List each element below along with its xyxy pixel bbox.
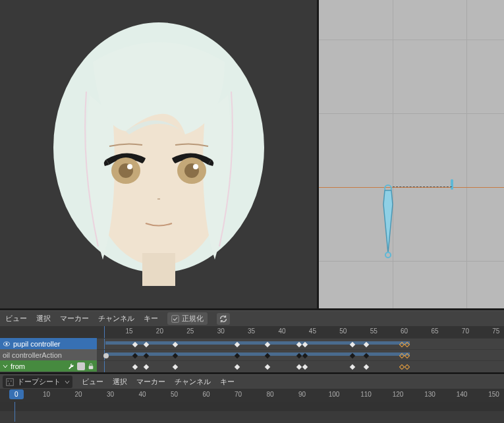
bone-widget[interactable] (382, 184, 394, 258)
channel-from[interactable]: from (0, 360, 97, 372)
dopesheet-ruler[interactable]: 0 102030405060708090100110120130140150 (0, 389, 504, 402)
relation-line (393, 186, 452, 187)
svg-rect-14 (89, 366, 94, 369)
grid-line (466, 0, 467, 308)
3d-viewport[interactable] (0, 0, 317, 308)
eye-icon (3, 340, 11, 348)
refresh-icon (219, 314, 228, 324)
ruler-tick: 65 (431, 327, 438, 335)
ruler-tick: 60 (401, 327, 408, 335)
graph-editor-menu: ビュー 選択 マーカー チャンネル キー 正規化 (0, 310, 504, 326)
dropdown-label: ドープシート (17, 377, 61, 387)
ruler-tick: 60 (202, 391, 210, 398)
channel-action[interactable]: oil controllerAction (0, 349, 97, 360)
checkbox-icon (171, 315, 179, 323)
menu-marker[interactable]: マーカー (60, 314, 89, 324)
menu-view[interactable]: ビュー (5, 314, 27, 324)
menu-key[interactable]: キー (144, 314, 158, 324)
keyframe[interactable] (302, 364, 308, 370)
keyframe[interactable] (235, 364, 240, 370)
current-frame-badge[interactable]: 0 (9, 389, 24, 399)
dopesheet-body[interactable] (0, 402, 504, 422)
svg-rect-15 (7, 378, 14, 385)
ruler-tick: 100 (329, 391, 340, 398)
ruler-tick: 120 (393, 391, 404, 398)
menu-select[interactable]: 選択 (36, 314, 51, 324)
channel-action-label: oil controllerAction (3, 351, 62, 359)
keyframe[interactable] (364, 364, 369, 370)
ruler-tick: 80 (266, 391, 273, 398)
channel-panel: pupil controller oil controllerAction fr… (0, 338, 97, 372)
grid-line (319, 113, 504, 114)
ruler-tick: 15 (125, 327, 132, 335)
dopesheet-track[interactable] (0, 402, 504, 411)
graph-timeline[interactable]: 15202530354045505560657075 pupil control… (0, 326, 504, 372)
svg-point-10 (385, 252, 391, 258)
ds-menu-select[interactable]: 選択 (113, 377, 127, 387)
keyframe[interactable] (405, 364, 410, 370)
ruler-tick: 30 (107, 391, 114, 398)
refresh-button[interactable] (217, 313, 230, 325)
ruler-tick: 70 (462, 327, 469, 335)
ruler-tick: 90 (298, 391, 306, 398)
ruler-tick: 50 (339, 327, 347, 335)
keyframe[interactable] (173, 364, 178, 370)
lock-icon[interactable] (88, 363, 94, 370)
editor-type-dropdown[interactable]: ドープシート (3, 376, 72, 388)
channel-checkbox[interactable] (77, 362, 85, 370)
chevron-down-icon (65, 380, 70, 385)
ds-menu-channel[interactable]: チャンネル (175, 377, 211, 387)
ruler-tick: 130 (424, 391, 435, 398)
dopesheet-menu-bar: ドープシート ビュー 選択 マーカー チャンネル キー (0, 374, 504, 389)
ds-menu-marker[interactable]: マーカー (136, 377, 165, 387)
track-from[interactable] (97, 360, 504, 372)
pose-panel[interactable] (319, 0, 504, 308)
channel-header[interactable]: pupil controller (0, 338, 97, 349)
track-area[interactable] (97, 338, 504, 372)
scrub-handle[interactable] (103, 353, 109, 358)
svg-rect-2 (142, 253, 175, 286)
character-head (40, 16, 277, 293)
keyframe[interactable] (144, 364, 149, 370)
ds-menu-view[interactable]: ビュー (82, 377, 103, 387)
ruler-tick: 45 (309, 327, 316, 335)
chevron-down-icon (3, 364, 8, 369)
ds-menu-key[interactable]: キー (220, 377, 235, 387)
track-action[interactable] (97, 349, 504, 360)
ruler-tick: 35 (248, 327, 255, 335)
menu-channel[interactable]: チャンネル (98, 314, 134, 324)
ruler-tick: 25 (186, 327, 194, 335)
mini-bone[interactable] (451, 179, 453, 190)
ruler-tick: 50 (171, 391, 178, 398)
keyframe[interactable] (296, 364, 302, 370)
normalize-label: 正規化 (182, 314, 204, 324)
normalize-button[interactable]: 正規化 (167, 312, 208, 325)
svg-point-17 (11, 380, 12, 381)
keyframe[interactable] (132, 364, 138, 370)
grid-line (393, 0, 393, 308)
ruler-tick: 10 (43, 391, 50, 398)
dopesheet-icon (5, 378, 14, 387)
viewport-content (0, 0, 317, 308)
grid-line (319, 261, 504, 262)
timeline-ruler[interactable]: 15202530354045505560657075 (0, 326, 504, 338)
ruler-tick: 110 (360, 391, 372, 398)
ruler-tick: 40 (138, 391, 146, 398)
ruler-tick: 140 (457, 391, 468, 398)
ruler-tick: 150 (488, 391, 499, 398)
svg-point-16 (8, 380, 9, 381)
keyframe[interactable] (350, 364, 355, 370)
ruler-tick: 40 (278, 327, 285, 335)
ruler-tick: 30 (217, 327, 225, 335)
svg-point-18 (9, 383, 10, 384)
grid-line (319, 40, 504, 40)
channel-from-label: from (11, 362, 65, 370)
playhead[interactable] (14, 402, 15, 422)
wrench-icon[interactable] (67, 362, 74, 370)
keyframe[interactable] (265, 364, 270, 370)
ruler-tick: 70 (235, 391, 242, 398)
ruler-tick: 20 (156, 327, 163, 335)
ruler-tick: 75 (492, 327, 499, 335)
track-summary[interactable] (97, 338, 504, 349)
channel-header-label: pupil controller (13, 340, 61, 348)
